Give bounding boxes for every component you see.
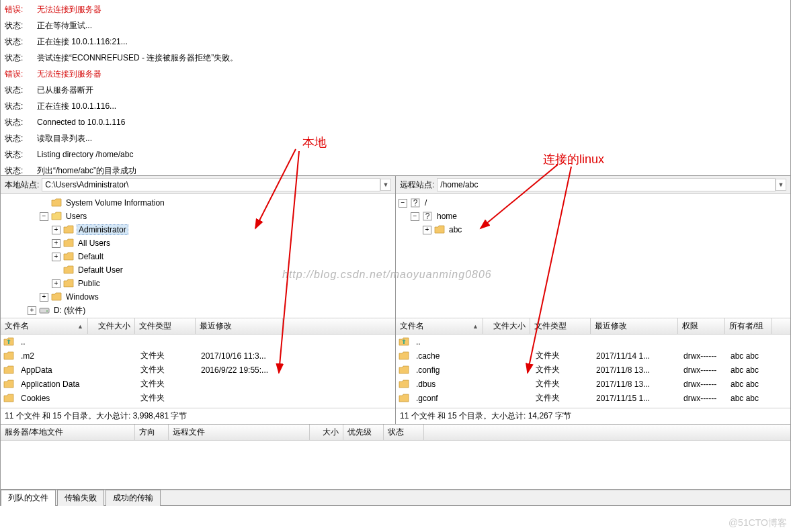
remote-list-body[interactable]: ...cache文件夹2017/11/14 1...drwx------abc … xyxy=(396,335,790,408)
tree-expander-icon[interactable]: + xyxy=(423,226,431,234)
queue-header[interactable]: 服务器/本地文件 方向 远程文件 大小 优先级 状态 xyxy=(1,425,790,441)
tree-expander-icon[interactable]: − xyxy=(399,199,407,208)
tab-queued[interactable]: 列队的文件 xyxy=(1,490,56,506)
list-row[interactable]: .m2文件夹2017/10/16 11:3... xyxy=(1,349,395,363)
local-tree[interactable]: System Volume Information−Users+Administ… xyxy=(1,194,395,318)
svg-rect-0 xyxy=(40,308,49,313)
local-site-bar: 本地站点: ▼ xyxy=(1,176,395,194)
tree-node[interactable]: +D: (软件) xyxy=(1,304,395,317)
qcol-remote[interactable]: 远程文件 xyxy=(169,425,310,440)
list-row[interactable]: Cookies文件夹 xyxy=(1,391,395,405)
log-text: 正在连接 10.0.1.116... xyxy=(37,98,116,114)
tree-expander-icon[interactable]: + xyxy=(40,293,48,302)
tree-expander-icon[interactable]: + xyxy=(52,279,60,288)
log-row: 状态:Connected to 10.0.1.116 xyxy=(5,114,786,130)
svg-point-1 xyxy=(46,310,48,312)
tab-failed[interactable]: 传输失败 xyxy=(57,490,104,506)
tree-node[interactable]: −?/ xyxy=(396,196,790,210)
tree-node[interactable]: +Default xyxy=(1,250,395,263)
tree-expander-icon[interactable]: + xyxy=(52,226,60,234)
list-row[interactable]: .dbus文件夹2017/11/8 13...drwx------abc abc xyxy=(396,377,790,391)
log-row: 状态:Listing directory /home/abc xyxy=(5,146,786,163)
tree-expander-icon[interactable]: + xyxy=(28,306,36,315)
list-row[interactable]: .. xyxy=(1,335,395,349)
col-type[interactable]: 文件类型 xyxy=(135,318,196,334)
tree-label: Windows xyxy=(65,292,100,302)
folder-icon xyxy=(63,279,74,288)
local-path-dropdown[interactable]: ▼ xyxy=(380,179,391,191)
log-row: 状态:已从服务器断开 xyxy=(5,82,786,98)
tree-expander-icon[interactable]: − xyxy=(411,212,419,221)
folder-icon xyxy=(63,238,74,248)
list-row[interactable]: .config文件夹2017/11/8 13...drwx------abc a… xyxy=(396,363,790,377)
col-mtime[interactable]: 最近修改 xyxy=(196,318,283,334)
log-row: 状态:尝试连接“ECONNREFUSED - 连接被服务器拒绝”失败。 xyxy=(5,50,786,66)
cell-type: 文件夹 xyxy=(136,350,197,361)
qcol-dir[interactable]: 方向 xyxy=(135,425,169,440)
dual-pane: 本地站点: ▼ System Volume Information−Users+… xyxy=(0,176,791,425)
list-row[interactable]: .cache文件夹2017/11/14 1...drwx------abc ab… xyxy=(396,349,790,363)
log-label: 状态: xyxy=(5,146,32,163)
local-site-label: 本地站点: xyxy=(5,179,39,191)
list-row[interactable]: .. xyxy=(396,335,790,349)
tree-label: Default User xyxy=(77,265,124,275)
log-label: 状态: xyxy=(5,34,32,50)
remote-site-label: 远程站点: xyxy=(400,179,434,191)
remote-tree[interactable]: −?/−?home+abc xyxy=(396,194,790,318)
col-type[interactable]: 文件类型 xyxy=(530,318,591,334)
queue-body[interactable] xyxy=(1,441,790,489)
col-size[interactable]: 文件大小 xyxy=(88,318,135,334)
cell-name: Cookies xyxy=(17,394,89,403)
remote-path-input[interactable] xyxy=(437,178,776,191)
cell-name: AppData xyxy=(17,365,89,375)
folder-icon xyxy=(51,292,62,302)
qcol-status[interactable]: 状态 xyxy=(384,425,424,440)
remote-path-dropdown[interactable]: ▼ xyxy=(776,179,786,191)
qcol-size[interactable]: 大小 xyxy=(310,425,343,440)
tree-node[interactable]: +Administrator xyxy=(1,223,395,236)
tree-node[interactable]: +All Users xyxy=(1,236,395,250)
col-size[interactable]: 文件大小 xyxy=(483,318,530,334)
log-label: 状态: xyxy=(5,130,32,146)
cell-mtime: 2017/11/15 1... xyxy=(592,394,679,403)
local-list-header[interactable]: 文件名▲ 文件大小 文件类型 最近修改 xyxy=(1,318,395,335)
local-status: 11 个文件 和 15 个目录。大小总计: 3,998,481 字节 xyxy=(1,408,395,424)
cell-owner: abc abc xyxy=(726,351,774,361)
tree-label: home xyxy=(435,212,458,221)
tree-node[interactable]: −?home xyxy=(396,210,790,223)
remote-list-header[interactable]: 文件名▲ 文件大小 文件类型 最近修改 权限 所有者/组 xyxy=(396,318,790,335)
log-label: 错误: xyxy=(5,66,32,82)
folder-icon xyxy=(399,351,409,361)
col-mtime[interactable]: 最近修改 xyxy=(591,318,678,334)
remote-site-bar: 远程站点: ▼ xyxy=(396,176,790,194)
list-row[interactable]: .gconf文件夹2017/11/15 1...drwx------abc ab… xyxy=(396,391,790,405)
list-row[interactable]: AppData文件夹2016/9/22 19:55:... xyxy=(1,363,395,377)
tree-expander-icon[interactable]: + xyxy=(52,239,60,248)
tree-label: D: (软件) xyxy=(52,305,87,316)
queue-panel: 服务器/本地文件 方向 远程文件 大小 优先级 状态 xyxy=(0,425,791,490)
folder-icon xyxy=(3,394,14,403)
tree-label: Users xyxy=(65,212,88,221)
col-perm[interactable]: 权限 xyxy=(678,318,725,334)
list-row[interactable]: Application Data文件夹 xyxy=(1,377,395,391)
log-text: 列出“/home/abc”的目录成功 xyxy=(37,163,136,176)
tree-expander-icon[interactable]: + xyxy=(52,253,60,261)
local-list-body[interactable]: ...m2文件夹2017/10/16 11:3...AppData文件夹2016… xyxy=(1,335,395,408)
col-owner[interactable]: 所有者/组 xyxy=(725,318,772,334)
tree-node[interactable]: System Volume Information xyxy=(1,196,395,210)
log-text: 已从服务器断开 xyxy=(37,82,93,98)
tab-success[interactable]: 成功的传输 xyxy=(106,490,161,506)
qcol-prio[interactable]: 优先级 xyxy=(343,425,384,440)
tree-node[interactable]: +abc xyxy=(396,223,790,236)
log-label: 状态: xyxy=(5,50,32,66)
tree-node[interactable]: +Windows xyxy=(1,290,395,304)
tabs-bar: 列队的文件 传输失败 成功的传输 xyxy=(0,490,791,506)
qcol-server[interactable]: 服务器/本地文件 xyxy=(1,425,135,440)
tree-expander-icon[interactable]: − xyxy=(40,212,48,221)
local-path-input[interactable] xyxy=(42,178,380,191)
cell-name: Application Data xyxy=(17,380,89,389)
cell-name: .. xyxy=(17,337,89,347)
tree-node[interactable]: −Users xyxy=(1,210,395,223)
col-name: 文件名▲ xyxy=(396,318,483,334)
cell-perm: drwx------ xyxy=(679,351,726,361)
